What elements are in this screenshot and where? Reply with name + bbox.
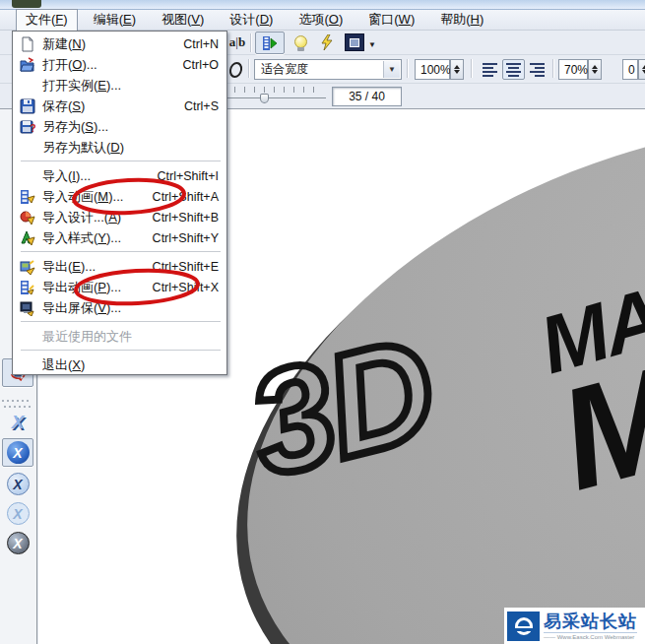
menu-item-label: 保存(S): [42, 97, 184, 115]
save-as-icon: ?: [13, 119, 42, 135]
menu-item-label: 导入样式(Y)...: [42, 229, 153, 247]
menu-item[interactable]: 导出(E)...Ctrl+Shift+E: [13, 256, 226, 277]
bevel-percent-spinner[interactable]: [588, 59, 602, 80]
menu-edit[interactable]: 编辑(E): [84, 9, 146, 32]
menu-separator: [21, 321, 221, 322]
animation-play-toggle[interactable]: [255, 32, 285, 54]
menu-item[interactable]: 退出(X): [13, 354, 226, 375]
menu-item-shortcut: Ctrl+Shift+A: [153, 190, 219, 204]
align-left-button[interactable]: [479, 59, 501, 80]
export-animation-icon: [13, 280, 42, 295]
import-animation-icon: [13, 189, 42, 205]
menu-item-label: 打开实例(E)...: [42, 77, 219, 95]
menu-item-label: 退出(X): [42, 356, 219, 374]
menu-item[interactable]: 新建(N)Ctrl+N: [13, 33, 226, 54]
menu-item[interactable]: 另存为默认(D): [13, 137, 226, 158]
menu-item[interactable]: 导入(I)...Ctrl+Shift+I: [13, 165, 226, 186]
toolbox-grip-dots: [2, 400, 32, 408]
open-file-icon: [13, 57, 42, 73]
align-center-button[interactable]: [502, 59, 525, 80]
menu-item[interactable]: 打开(O)...Ctrl+O: [13, 54, 226, 75]
angle-spinner[interactable]: [638, 59, 645, 80]
style-x-sphere-button[interactable]: X: [2, 438, 33, 467]
menu-design[interactable]: 设计(D): [220, 9, 283, 32]
menu-view[interactable]: 视图(V): [152, 9, 214, 32]
circle-x-shadow-icon: X: [7, 473, 30, 495]
zoom-percent-field[interactable]: 100%: [415, 59, 450, 80]
menu-item[interactable]: ?另存为(S)...: [13, 116, 226, 137]
menu-item-shortcut: Ctrl+Shift+X: [153, 281, 219, 294]
style-x-shadow-button[interactable]: X: [2, 470, 33, 498]
watermark-site-name: 易采站长站: [544, 612, 637, 630]
export-icon: [13, 259, 42, 275]
menu-item[interactable]: 保存(S)Ctrl+S: [13, 96, 226, 116]
zoom-percent-spinner[interactable]: [450, 59, 464, 80]
menu-separator: [21, 161, 221, 161]
menu-window[interactable]: 窗口(W): [358, 9, 424, 32]
menu-item-shortcut: Ctrl+Shift+Y: [153, 231, 219, 245]
menu-item-label: 另存为默认(D): [42, 139, 219, 157]
circle-x-sphere-icon: X: [7, 441, 30, 464]
style-x-3d-button[interactable]: X: [2, 408, 33, 436]
style-x-dark-button[interactable]: X: [2, 529, 33, 557]
outline-o-icon[interactable]: [226, 61, 244, 79]
menu-item[interactable]: 导入动画(M)...Ctrl+Shift+A: [13, 186, 226, 207]
toolbar-separator: [250, 33, 252, 52]
menu-item-shortcut: Ctrl+O: [183, 58, 219, 72]
style-x-outline-button[interactable]: X: [2, 499, 33, 528]
circle-x-dark-icon: X: [7, 532, 30, 554]
zoom-fit-combobox[interactable]: 适合宽度 ▼: [254, 59, 402, 80]
menu-item-label: 打开(O)...: [42, 56, 183, 74]
menu-help[interactable]: 帮助(H): [430, 9, 493, 32]
menu-item-shortcut: Ctrl+N: [183, 37, 219, 51]
menu-item-shortcut: Ctrl+Shift+E: [153, 260, 219, 274]
lightning-icon[interactable]: [317, 32, 337, 52]
frame-counter: 35 / 40: [332, 87, 402, 106]
letter-x-3d-icon: X: [12, 412, 25, 433]
menu-item[interactable]: 导入设计...(A)Ctrl+Shift+B: [13, 207, 226, 227]
svg-text:?: ?: [30, 122, 35, 134]
angle-value: 0: [628, 63, 635, 77]
toolbar-separator: [552, 59, 554, 78]
menu-item-label: 导入动画(M)...: [42, 188, 153, 206]
menu-item-label: 最近使用的文件: [42, 328, 219, 346]
background-style-icon[interactable]: [345, 33, 364, 51]
frame-slider-thumb[interactable]: [260, 94, 269, 103]
import-style-icon: [13, 230, 42, 246]
combobox-dropdown-arrow[interactable]: ▼: [383, 61, 400, 78]
zoom-fit-value: 适合宽度: [261, 61, 308, 78]
menu-item[interactable]: 导出屏保(V)...: [13, 297, 226, 318]
kerning-ab-icon[interactable]: a|b: [226, 33, 248, 51]
angle-field[interactable]: 0: [622, 59, 638, 80]
lightbulb-icon[interactable]: [290, 33, 310, 52]
menu-item-shortcut: Ctrl+S: [184, 99, 219, 113]
menu-item-label: 导入设计...(A): [42, 209, 153, 226]
menu-item: 最近使用的文件: [13, 326, 226, 347]
file-menu-panel: 新建(N)Ctrl+N打开(O)...Ctrl+O打开实例(E)...保存(S)…: [12, 31, 227, 375]
menu-file[interactable]: 文件(F): [16, 9, 78, 32]
menu-separator: [21, 251, 221, 252]
watermark: 易采站长站 —— Www.Easck.Com Webmaster: [504, 608, 645, 644]
menu-options[interactable]: 选项(O): [289, 9, 353, 32]
menu-item-label: 导出屏保(V)...: [42, 299, 219, 317]
import-design-icon: [13, 210, 42, 225]
menu-item[interactable]: 导出动画(P)...Ctrl+Shift+X: [13, 277, 226, 297]
menu-item[interactable]: 导入样式(Y)...Ctrl+Shift+Y: [13, 227, 226, 248]
circle-x-outline-icon: X: [7, 502, 30, 525]
watermark-subtext: —— Www.Easck.Com Webmaster: [544, 632, 637, 640]
bevel-percent-field[interactable]: 70%: [558, 59, 588, 80]
new-file-icon: [13, 36, 42, 52]
align-right-button[interactable]: [526, 59, 548, 80]
window-icon: [12, 0, 41, 8]
frame-slider-track[interactable]: [225, 97, 326, 98]
menubar: 文件(F)编辑(E)视图(V)设计(D)选项(O)窗口(W)帮助(H): [0, 10, 645, 31]
toolbar-separator: [248, 59, 250, 78]
menu-item-label: 新建(N): [42, 35, 183, 53]
menu-item[interactable]: 打开实例(E)...: [13, 75, 226, 96]
frame-slider-ticks: [225, 87, 323, 93]
filmstrip-play-icon: [262, 35, 278, 51]
background-style-dropdown-arrow[interactable]: ▼: [368, 40, 376, 49]
menu-item-label: 导出动画(P)...: [42, 279, 153, 296]
bevel-percent-value: 70%: [564, 63, 588, 77]
zoom-percent-value: 100%: [420, 63, 451, 77]
